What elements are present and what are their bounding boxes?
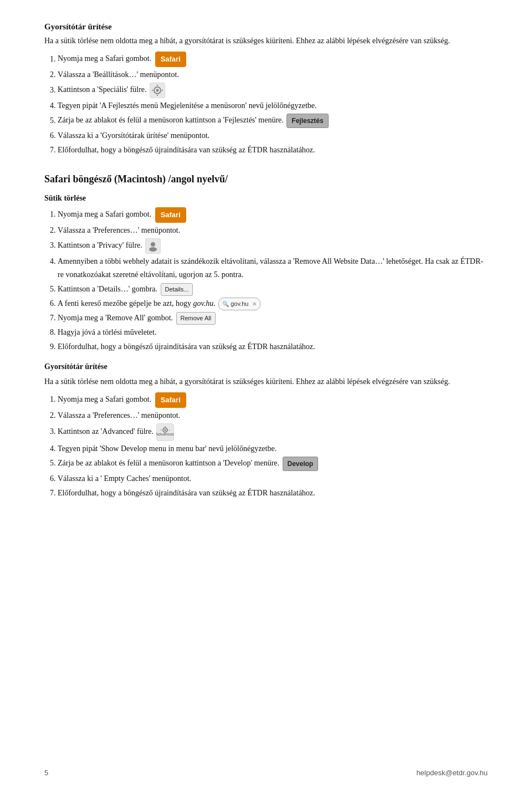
list-item: Amennyiben a többi webhely adatait is sz… — [58, 255, 488, 282]
search-text: gov.hu — [231, 299, 248, 309]
cache-clear-title-2: Gyorsítótár ürítése — [44, 362, 488, 371]
step-text: Kattintson a 'Privacy' fülre. — [58, 241, 142, 249]
step-text: Előfordulhat, hogy a böngésző újraindítá… — [58, 489, 315, 497]
step-text: Válassza a 'Preferences…' menüpontot. — [58, 226, 180, 234]
page-content: Gyorsítótár ürítése Ha a sütik törlése n… — [0, 0, 532, 555]
list-item: Tegyen pipát 'A Fejlesztés menü Megjelen… — [58, 99, 488, 112]
cache-clear-intro-1: Ha a sütik törlése nem oldotta meg a hib… — [44, 35, 488, 47]
list-item: Válassza a 'Preferences…' menüpontot. — [58, 409, 488, 422]
svg-point-6 — [156, 89, 159, 92]
safari-mac-section: Safari böngésző (Macintosh) /angol nyelv… — [44, 173, 488, 500]
cache-clear-list-2: Nyomja meg a Safari gombot. Safari Válas… — [58, 392, 488, 500]
privacy-icon — [145, 238, 161, 254]
list-item: Kattintson az 'Advanced' fülre. Advanced — [58, 423, 488, 441]
step-text: Nyomja meg a Safari gombot. — [58, 55, 151, 63]
list-item: Válassza ki a 'Gyorsítótárak ürítése' me… — [58, 129, 488, 142]
clear-icon: ✕ — [252, 299, 257, 309]
step-text: Nyomja meg a Safari gombot. — [58, 210, 151, 218]
safari-button-label: Safari — [155, 52, 186, 67]
list-item: Előfordulhat, hogy a böngésző újraindítá… — [58, 487, 488, 500]
step-text: Zárja be az ablakot és felül a menüsoron… — [58, 459, 279, 467]
remove-all-button: Remove All — [176, 312, 216, 325]
step-text: Kattintson a 'Details…' gombra. — [58, 285, 157, 293]
list-item: Hagyja jóvá a törlési műveletet. — [58, 326, 488, 339]
list-item: A fenti kereső mezőbe gépelje be azt, ho… — [58, 297, 488, 310]
step-text: Válassza ki a ' Empty Caches' menüpontot… — [58, 474, 191, 483]
safari-mac-title: Safari böngésző (Macintosh) /angol nyelv… — [44, 173, 488, 185]
step-text: Hagyja jóvá a törlési műveletet. — [58, 328, 156, 336]
list-item: Előfordulhat, hogy a böngésző újraindítá… — [58, 144, 488, 157]
safari-button-label-3: Safari — [155, 392, 186, 408]
list-item: Kattintson a 'Details…' gombra. Details.… — [58, 283, 488, 296]
list-item: Tegyen pipát 'Show Develop menu in menu … — [58, 442, 488, 456]
list-item: Nyomja meg a Safari gombot. Safari — [58, 392, 488, 408]
list-item: Zárja be az ablakot és felül a menüsoron… — [58, 114, 488, 128]
svg-point-8 — [151, 242, 155, 247]
list-item: Válassza ki a ' Empty Caches' menüpontot… — [58, 472, 488, 485]
safari-button-label-2: Safari — [155, 207, 186, 223]
step-text: Előfordulhat, hogy a böngésző újraindítá… — [58, 342, 315, 351]
cache-clear-section-1: Gyorsítótár ürítése Ha a sütik törlése n… — [44, 22, 488, 157]
cookies-title: Sütik törlése — [44, 194, 488, 203]
list-item: Válassza a 'Beállítások…' menüpontot. — [58, 68, 488, 81]
specialis-icon — [150, 83, 165, 98]
cache-clear-intro-2: Ha a sütik törlése nem oldotta meg a hib… — [44, 376, 488, 388]
search-icon: 🔍 — [222, 299, 229, 309]
fejlesztes-button-label: Fejlesztés — [287, 114, 328, 128]
list-item: Előfordulhat, hogy a böngésző újraindítá… — [58, 340, 488, 354]
list-item: Nyomja meg a Safari gombot. Safari — [58, 52, 488, 67]
list-item: Válassza a 'Preferences…' menüpontot. — [58, 224, 488, 237]
footer-email: helpdesk@etdr.gov.hu — [416, 769, 488, 777]
list-item: Nyomja meg a 'Remove All' gombot. Remove… — [58, 311, 488, 325]
step-text: Amennyiben a többi webhely adatait is sz… — [58, 257, 483, 279]
step-text: Tegyen pipát 'A Fejlesztés menü Megjelen… — [58, 101, 316, 110]
step-text: Nyomja meg a 'Remove All' gombot. — [58, 314, 173, 322]
list-item: Kattintson a 'Privacy' fülre. — [58, 238, 488, 254]
svg-point-17 — [165, 429, 166, 431]
step-text: Nyomja meg a Safari gombot. — [58, 395, 151, 403]
svg-point-9 — [149, 247, 157, 252]
develop-button-label: Develop — [283, 457, 319, 471]
list-item: Zárja be az ablakot és felül a menüsoron… — [58, 457, 488, 471]
step-text: Kattintson az 'Advanced' fülre. — [58, 427, 154, 436]
step-text: A fenti kereső mezőbe gépelje be azt, ho… — [58, 299, 216, 308]
step-text: Válassza a 'Beállítások…' menüpontot. — [58, 70, 179, 79]
list-item: Nyomja meg a Safari gombot. Safari — [58, 207, 488, 223]
step-text: Tegyen pipát 'Show Develop menu in menu … — [58, 444, 277, 453]
step-text: Válassza ki a 'Gyorsítótárak ürítése' me… — [58, 131, 209, 140]
step-text: Kattintson a 'Speciális' fülre. — [58, 86, 147, 94]
page-number: 5 — [44, 769, 48, 777]
cookies-list: Nyomja meg a Safari gombot. Safari Válas… — [58, 207, 488, 353]
step-text: Válassza a 'Preferences…' menüpontot. — [58, 411, 180, 419]
cache-clear-title-1: Gyorsítótár ürítése — [44, 22, 488, 32]
advanced-icon: Advanced — [156, 423, 174, 441]
govhu-search-box: 🔍 gov.hu ✕ — [218, 298, 260, 310]
step-text: Zárja be az ablakot és felül a menüsoron… — [58, 116, 284, 125]
list-item: Kattintson a 'Speciális' fülre. — [58, 83, 488, 98]
details-button: Details... — [161, 283, 193, 296]
cache-clear-list-1: Nyomja meg a Safari gombot. Safari Válas… — [58, 52, 488, 157]
step-text: Előfordulhat, hogy a böngésző újraindítá… — [58, 146, 315, 154]
page-footer: 5 helpdesk@etdr.gov.hu — [0, 769, 532, 777]
